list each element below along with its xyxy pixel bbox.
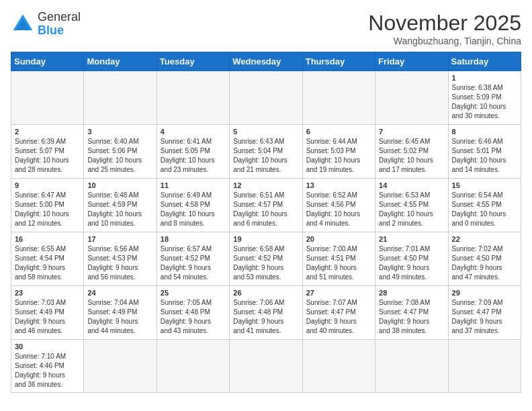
calendar-cell <box>230 340 302 393</box>
calendar-cell <box>157 340 229 393</box>
day-info: Sunrise: 6:44 AM Sunset: 5:03 PM Dayligh… <box>306 137 371 175</box>
calendar-cell: 16Sunrise: 6:55 AM Sunset: 4:54 PM Dayli… <box>11 232 84 286</box>
calendar-cell: 20Sunrise: 7:00 AM Sunset: 4:51 PM Dayli… <box>302 232 375 286</box>
logo-general: General <box>38 10 81 24</box>
generalblue-logo-icon <box>11 12 35 36</box>
day-info: Sunrise: 6:58 AM Sunset: 4:52 PM Dayligh… <box>233 244 298 282</box>
calendar-cell <box>11 71 84 125</box>
day-number: 15 <box>452 181 517 189</box>
calendar-cell <box>375 340 448 393</box>
calendar-cell <box>84 71 157 125</box>
day-info: Sunrise: 6:53 AM Sunset: 4:55 PM Dayligh… <box>379 191 444 228</box>
day-number: 3 <box>87 128 152 136</box>
day-number: 18 <box>161 235 226 243</box>
weekday-header-row: SundayMondayTuesdayWednesdayThursdayFrid… <box>11 52 521 71</box>
day-info: Sunrise: 7:02 AM Sunset: 4:50 PM Dayligh… <box>452 244 517 282</box>
day-number: 1 <box>452 74 517 82</box>
day-number: 2 <box>15 128 80 136</box>
weekday-header-friday: Friday <box>375 52 448 71</box>
day-number: 11 <box>161 181 226 189</box>
day-number: 25 <box>161 289 226 297</box>
calendar-cell: 3Sunrise: 6:40 AM Sunset: 5:06 PM Daylig… <box>84 125 157 179</box>
calendar-cell <box>448 340 521 393</box>
day-info: Sunrise: 6:39 AM Sunset: 5:07 PM Dayligh… <box>15 137 80 175</box>
day-info: Sunrise: 6:52 AM Sunset: 4:56 PM Dayligh… <box>306 191 371 228</box>
calendar-cell: 4Sunrise: 6:41 AM Sunset: 5:05 PM Daylig… <box>157 125 229 179</box>
calendar-cell <box>302 340 375 393</box>
day-number: 9 <box>15 181 80 189</box>
day-info: Sunrise: 7:00 AM Sunset: 4:51 PM Dayligh… <box>306 244 371 282</box>
calendar-cell: 18Sunrise: 6:57 AM Sunset: 4:52 PM Dayli… <box>157 232 229 286</box>
calendar-cell: 30Sunrise: 7:10 AM Sunset: 4:46 PM Dayli… <box>11 340 84 393</box>
week-row-4: 16Sunrise: 6:55 AM Sunset: 4:54 PM Dayli… <box>11 232 521 286</box>
day-info: Sunrise: 7:04 AM Sunset: 4:49 PM Dayligh… <box>87 298 152 336</box>
day-number: 16 <box>15 235 80 243</box>
calendar-cell: 6Sunrise: 6:44 AM Sunset: 5:03 PM Daylig… <box>302 125 375 179</box>
calendar-cell <box>230 71 302 125</box>
calendar-cell: 1Sunrise: 6:38 AM Sunset: 5:09 PM Daylig… <box>448 71 521 125</box>
calendar-cell <box>84 340 157 393</box>
day-number: 4 <box>161 128 226 136</box>
week-row-5: 23Sunrise: 7:03 AM Sunset: 4:49 PM Dayli… <box>11 286 521 340</box>
day-number: 13 <box>306 181 371 189</box>
day-info: Sunrise: 6:38 AM Sunset: 5:09 PM Dayligh… <box>452 83 517 121</box>
day-info: Sunrise: 7:07 AM Sunset: 4:47 PM Dayligh… <box>306 298 371 336</box>
calendar-cell: 9Sunrise: 6:47 AM Sunset: 5:00 PM Daylig… <box>11 179 84 232</box>
day-info: Sunrise: 6:46 AM Sunset: 5:01 PM Dayligh… <box>452 137 517 175</box>
day-info: Sunrise: 7:10 AM Sunset: 4:46 PM Dayligh… <box>15 352 80 390</box>
calendar-cell: 5Sunrise: 6:43 AM Sunset: 5:04 PM Daylig… <box>230 125 302 179</box>
calendar-cell: 19Sunrise: 6:58 AM Sunset: 4:52 PM Dayli… <box>230 232 302 286</box>
calendar-cell: 17Sunrise: 6:56 AM Sunset: 4:53 PM Dayli… <box>84 232 157 286</box>
day-number: 19 <box>233 235 298 243</box>
day-info: Sunrise: 6:47 AM Sunset: 5:00 PM Dayligh… <box>15 191 80 228</box>
calendar-cell: 23Sunrise: 7:03 AM Sunset: 4:49 PM Dayli… <box>11 286 84 340</box>
calendar-cell: 21Sunrise: 7:01 AM Sunset: 4:50 PM Dayli… <box>375 232 448 286</box>
calendar-cell: 26Sunrise: 7:06 AM Sunset: 4:48 PM Dayli… <box>230 286 302 340</box>
calendar-cell: 11Sunrise: 6:49 AM Sunset: 4:58 PM Dayli… <box>157 179 229 232</box>
calendar-cell: 29Sunrise: 7:09 AM Sunset: 4:47 PM Dayli… <box>448 286 521 340</box>
day-info: Sunrise: 6:43 AM Sunset: 5:04 PM Dayligh… <box>233 137 298 175</box>
day-number: 7 <box>379 128 444 136</box>
location: Wangbuzhuang, Tianjin, China <box>368 36 521 46</box>
calendar-cell: 13Sunrise: 6:52 AM Sunset: 4:56 PM Dayli… <box>302 179 375 232</box>
day-number: 30 <box>15 342 80 351</box>
weekday-header-tuesday: Tuesday <box>157 52 229 71</box>
day-info: Sunrise: 7:06 AM Sunset: 4:48 PM Dayligh… <box>233 298 298 336</box>
logo-blue: Blue <box>38 24 64 37</box>
day-number: 20 <box>306 235 371 243</box>
weekday-header-thursday: Thursday <box>302 52 375 71</box>
calendar-cell <box>375 71 448 125</box>
day-number: 26 <box>233 289 298 297</box>
calendar-cell: 28Sunrise: 7:08 AM Sunset: 4:47 PM Dayli… <box>375 286 448 340</box>
day-info: Sunrise: 7:05 AM Sunset: 4:48 PM Dayligh… <box>161 298 226 336</box>
day-info: Sunrise: 6:56 AM Sunset: 4:53 PM Dayligh… <box>87 244 152 282</box>
day-info: Sunrise: 6:41 AM Sunset: 5:05 PM Dayligh… <box>161 137 226 175</box>
title-area: November 2025 Wangbuzhuang, Tianjin, Chi… <box>368 11 521 46</box>
day-info: Sunrise: 7:09 AM Sunset: 4:47 PM Dayligh… <box>452 298 517 336</box>
week-row-1: 1Sunrise: 6:38 AM Sunset: 5:09 PM Daylig… <box>11 71 521 125</box>
calendar-cell: 22Sunrise: 7:02 AM Sunset: 4:50 PM Dayli… <box>448 232 521 286</box>
day-info: Sunrise: 6:48 AM Sunset: 4:59 PM Dayligh… <box>87 191 152 228</box>
calendar-cell: 7Sunrise: 6:45 AM Sunset: 5:02 PM Daylig… <box>375 125 448 179</box>
calendar-cell: 15Sunrise: 6:54 AM Sunset: 4:55 PM Dayli… <box>448 179 521 232</box>
day-info: Sunrise: 6:40 AM Sunset: 5:06 PM Dayligh… <box>87 137 152 175</box>
day-number: 24 <box>87 289 152 297</box>
calendar-header: General Blue November 2025 Wangbuzhuang,… <box>11 11 521 46</box>
week-row-6: 30Sunrise: 7:10 AM Sunset: 4:46 PM Dayli… <box>11 340 521 393</box>
week-row-2: 2Sunrise: 6:39 AM Sunset: 5:07 PM Daylig… <box>11 125 521 179</box>
day-number: 14 <box>379 181 444 189</box>
weekday-header-monday: Monday <box>84 52 157 71</box>
day-number: 17 <box>87 235 152 243</box>
day-number: 8 <box>452 128 517 136</box>
day-number: 22 <box>452 235 517 243</box>
calendar-cell: 8Sunrise: 6:46 AM Sunset: 5:01 PM Daylig… <box>448 125 521 179</box>
day-number: 23 <box>15 289 80 297</box>
day-info: Sunrise: 7:08 AM Sunset: 4:47 PM Dayligh… <box>379 298 444 336</box>
calendar-cell: 24Sunrise: 7:04 AM Sunset: 4:49 PM Dayli… <box>84 286 157 340</box>
calendar-cell: 10Sunrise: 6:48 AM Sunset: 4:59 PM Dayli… <box>84 179 157 232</box>
day-number: 12 <box>233 181 298 189</box>
calendar-cell: 2Sunrise: 6:39 AM Sunset: 5:07 PM Daylig… <box>11 125 84 179</box>
weekday-header-saturday: Saturday <box>448 52 521 71</box>
day-number: 5 <box>233 128 298 136</box>
day-info: Sunrise: 6:51 AM Sunset: 4:57 PM Dayligh… <box>233 191 298 228</box>
